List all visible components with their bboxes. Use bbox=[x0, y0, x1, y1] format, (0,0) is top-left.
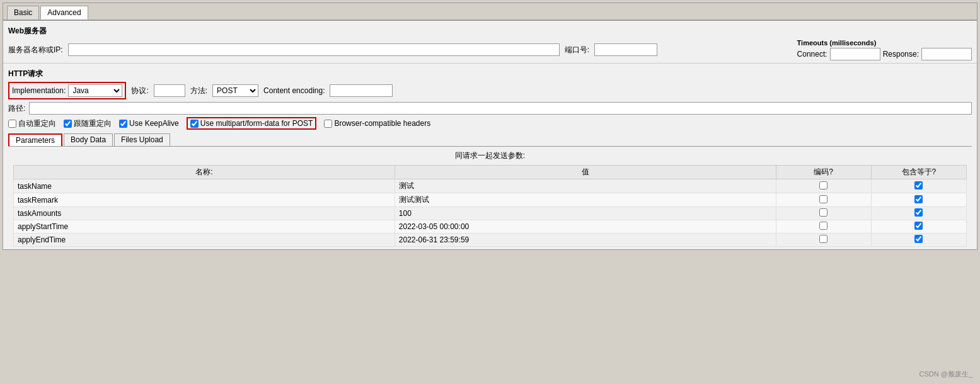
param-name-1: taskRemark bbox=[14, 193, 395, 207]
param-encode-2 bbox=[776, 207, 871, 220]
keepalive-label: Use KeepAlive bbox=[129, 119, 179, 128]
param-name-4: applyEndTime bbox=[14, 234, 395, 247]
protocol-input[interactable] bbox=[154, 84, 185, 97]
server-label: 服务器名称或IP: bbox=[8, 45, 63, 55]
server-input[interactable] bbox=[68, 43, 560, 56]
multipart-label: Use multipart/form-data for POST bbox=[200, 119, 313, 128]
auto-redirect-label: 自动重定向 bbox=[18, 118, 56, 129]
implementation-box: Implementation: Java HttpClient4 bbox=[8, 82, 126, 99]
protocol-label: 协议: bbox=[131, 86, 148, 96]
response-label: Response: bbox=[883, 50, 919, 59]
tab-basic[interactable]: Basic bbox=[7, 6, 39, 20]
auto-redirect-checkbox[interactable] bbox=[8, 120, 16, 128]
path-input[interactable] bbox=[29, 102, 972, 115]
param-name-3: applyStartTime bbox=[14, 220, 395, 234]
param-value-4: 2022-06-31 23:59:59 bbox=[395, 234, 776, 247]
param-contain-3 bbox=[871, 220, 966, 234]
content-encoding-input[interactable] bbox=[330, 84, 393, 97]
col-header-value: 值 bbox=[395, 166, 776, 179]
subtab-files-upload[interactable]: Files Upload bbox=[114, 133, 170, 146]
param-value-1: 测试测试 bbox=[395, 193, 776, 207]
implementation-select[interactable]: Java HttpClient4 bbox=[68, 84, 122, 97]
encode-checkbox-1[interactable] bbox=[819, 195, 827, 203]
port-label: 端口号: bbox=[565, 45, 589, 55]
encode-checkbox-0[interactable] bbox=[819, 181, 827, 189]
param-encode-0 bbox=[776, 179, 871, 193]
contain-checkbox-3[interactable] bbox=[914, 222, 923, 230]
param-contain-0 bbox=[871, 179, 966, 193]
content-encoding-label: Content encoding: bbox=[263, 86, 325, 95]
webserver-grid: 服务器名称或IP: 端口号: Timeouts (milliseconds) C… bbox=[8, 39, 972, 60]
table-row: taskRemark 测试测试 bbox=[14, 193, 967, 207]
subtab-parameters[interactable]: Parameters bbox=[8, 133, 62, 146]
follow-redirect-label: 跟随重定向 bbox=[74, 118, 112, 129]
main-container: Basic Advanced Web服务器 服务器名称或IP: 端口号: Tim… bbox=[3, 3, 977, 250]
timeouts-box: Timeouts (milliseconds) Connect: Respons… bbox=[797, 39, 972, 60]
contain-checkbox-1[interactable] bbox=[914, 195, 923, 203]
timeouts-title: Timeouts (milliseconds) bbox=[797, 39, 877, 47]
http-section: HTTP请求 Implementation: Java HttpClient4 … bbox=[3, 64, 977, 249]
path-row: 路径: bbox=[8, 102, 972, 115]
method-select[interactable]: POST GET PUT DELETE bbox=[212, 84, 258, 97]
params-header: 同请求一起发送参数: bbox=[13, 149, 967, 162]
port-input[interactable] bbox=[594, 43, 657, 56]
checkbox-follow-redirect: 跟随重定向 bbox=[64, 118, 112, 129]
webserver-title: Web服务器 bbox=[8, 26, 972, 37]
table-row: taskAmounts 100 bbox=[14, 207, 967, 220]
param-name-0: taskName bbox=[14, 179, 395, 193]
param-value-3: 2022-03-05 00:00:00 bbox=[395, 220, 776, 234]
http-row1: Implementation: Java HttpClient4 协议: 方法:… bbox=[8, 82, 972, 99]
method-box: POST GET PUT DELETE bbox=[212, 84, 258, 97]
param-value-2: 100 bbox=[395, 207, 776, 220]
path-label: 路径: bbox=[8, 103, 25, 114]
encode-checkbox-4[interactable] bbox=[819, 235, 827, 243]
checkboxes-row: 自动重定向 跟随重定向 Use KeepAlive Use multipart/… bbox=[8, 117, 972, 130]
contain-checkbox-4[interactable] bbox=[914, 235, 923, 243]
keepalive-checkbox[interactable] bbox=[119, 120, 127, 128]
http-title: HTTP请求 bbox=[8, 69, 972, 79]
param-name-2: taskAmounts bbox=[14, 207, 395, 220]
follow-redirect-checkbox[interactable] bbox=[64, 120, 72, 128]
webserver-section: Web服务器 服务器名称或IP: 端口号: Timeouts (millisec… bbox=[3, 21, 977, 64]
tab-advanced[interactable]: Advanced bbox=[40, 6, 88, 20]
browser-headers-label: Browser-compatible headers bbox=[334, 119, 430, 128]
encode-checkbox-3[interactable] bbox=[819, 222, 827, 230]
checkbox-keepalive: Use KeepAlive bbox=[119, 119, 179, 128]
timeouts-row: Connect: Response: bbox=[797, 48, 972, 60]
checkbox-browser-headers: Browser-compatible headers bbox=[324, 119, 430, 128]
browser-headers-checkbox[interactable] bbox=[324, 120, 332, 128]
param-encode-4 bbox=[776, 234, 871, 247]
subtabs-row: Parameters Body Data Files Upload bbox=[8, 133, 972, 147]
param-contain-4 bbox=[871, 234, 966, 247]
method-label: 方法: bbox=[190, 86, 207, 96]
col-header-contain: 包含等于? bbox=[871, 166, 966, 179]
multipart-box: Use multipart/form-data for POST bbox=[187, 117, 317, 130]
contain-checkbox-0[interactable] bbox=[914, 181, 923, 189]
response-input[interactable] bbox=[921, 48, 972, 60]
param-contain-2 bbox=[871, 207, 966, 220]
subtab-body-data[interactable]: Body Data bbox=[64, 133, 113, 146]
connect-input[interactable] bbox=[830, 48, 880, 60]
encode-checkbox-2[interactable] bbox=[819, 208, 827, 217]
param-encode-3 bbox=[776, 220, 871, 234]
param-encode-1 bbox=[776, 193, 871, 207]
param-contain-1 bbox=[871, 193, 966, 207]
table-row: taskName 测试 bbox=[14, 179, 967, 193]
multipart-checkbox[interactable] bbox=[190, 120, 199, 128]
col-header-encode: 编码? bbox=[776, 166, 871, 179]
params-section: 同请求一起发送参数: 名称: 值 编码? 包含等于? taskName 测试 bbox=[8, 149, 972, 247]
col-header-name: 名称: bbox=[14, 166, 395, 179]
table-row: applyEndTime 2022-06-31 23:59:59 bbox=[14, 234, 967, 247]
table-row: applyStartTime 2022-03-05 00:00:00 bbox=[14, 220, 967, 234]
contain-checkbox-2[interactable] bbox=[914, 208, 923, 217]
connect-label: Connect: bbox=[797, 50, 827, 59]
params-table: 名称: 值 编码? 包含等于? taskName 测试 taskRemark 测… bbox=[13, 165, 967, 247]
tabs-row: Basic Advanced bbox=[3, 3, 977, 21]
implementation-label: Implementation: bbox=[12, 86, 66, 95]
checkbox-auto-redirect: 自动重定向 bbox=[8, 118, 56, 129]
param-value-0: 测试 bbox=[395, 179, 776, 193]
